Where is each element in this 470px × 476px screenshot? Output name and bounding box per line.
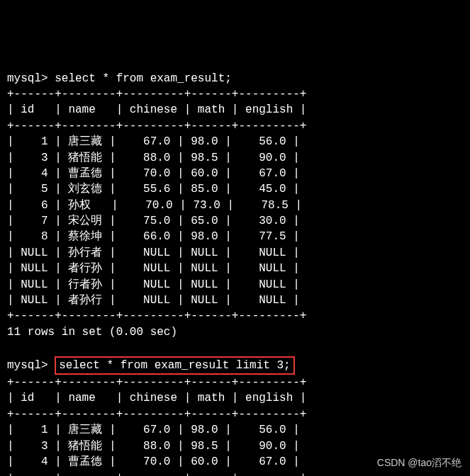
table-row: | 3 | 猪悟能 | 88.0 | 98.5 | 90.0 |: [7, 152, 300, 164]
table-border: +------+--------+---------+------+------…: [7, 376, 306, 389]
table-row: | 5 | 刘玄德 | 55.6 | 85.0 | 45.0 |: [7, 183, 300, 196]
sql-query-2-highlighted: select * from exam_result limit 3;: [55, 356, 294, 375]
table-row: | 6 | 孙权 | 70.0 | 73.0 | 78.5 |: [7, 199, 302, 212]
table-row: | 4 | 曹孟德 | 70.0 | 60.0 | 67.0 |: [7, 167, 300, 180]
table-row: | 4 | 曹孟德 | 70.0 | 60.0 | 67.0 |: [7, 455, 300, 468]
sql-query-1: select * from exam_result;: [55, 72, 232, 85]
table-row: | 8 | 蔡徐坤 | 66.0 | 98.0 | 77.5 |: [7, 230, 300, 243]
mysql-prompt: mysql>: [7, 72, 48, 85]
table-header: | id | name | chinese | math | english |: [7, 103, 306, 116]
table-row: | 1 | 唐三藏 | 67.0 | 98.0 | 56.0 |: [7, 424, 300, 436]
watermark: CSDN @tao滔不绝: [377, 456, 461, 470]
table-row: | NULL | 孙行者 | NULL | NULL | NULL |: [7, 246, 300, 259]
table-row: | 7 | 宋公明 | 75.0 | 65.0 | 30.0 |: [7, 215, 300, 227]
table-border: +------+--------+---------+------+------…: [7, 120, 306, 132]
table-row: | NULL | 者行孙 | NULL | NULL | NULL |: [7, 262, 300, 275]
table-border: +------+--------+---------+------+------…: [7, 408, 306, 421]
table-border: +------+--------+---------+------+------…: [7, 88, 306, 101]
table-header: | id | name | chinese | math | english |: [7, 392, 306, 404]
table-border: +------+--------+---------+------+------…: [7, 310, 306, 322]
table-border: +------+--------+---------+------+------…: [7, 471, 306, 476]
mysql-prompt: mysql>: [7, 359, 48, 372]
table-row: | 1 | 唐三藏 | 67.0 | 98.0 | 56.0 |: [7, 135, 300, 148]
table-row: | NULL | 者孙行 | NULL | NULL | NULL |: [7, 294, 300, 307]
table-row: | 3 | 猪悟能 | 88.0 | 98.5 | 90.0 |: [7, 440, 300, 453]
table-row: | NULL | 行者孙 | NULL | NULL | NULL |: [7, 278, 300, 291]
terminal-output: mysql> select * from exam_result; +-----…: [7, 71, 463, 476]
result-summary-1: 11 rows in set (0.00 sec): [7, 326, 177, 339]
